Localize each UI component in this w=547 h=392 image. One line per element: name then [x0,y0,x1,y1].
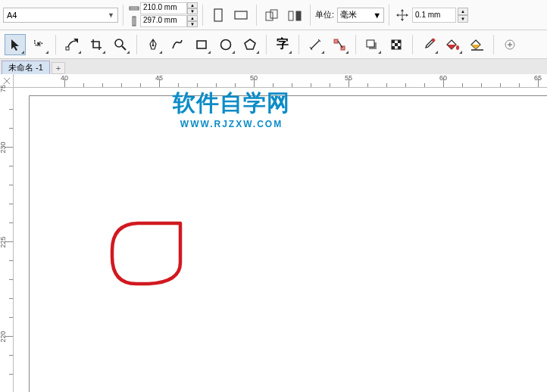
svg-line-21 [122,46,126,50]
work-area: 40 45 50 55 60 65 75 230 225 [0,74,547,392]
svg-rect-29 [334,39,338,43]
tab-label: 未命名 -1 [8,62,43,73]
svg-rect-35 [392,40,395,43]
add-document-button[interactable]: + [52,62,65,74]
rectangle-tool[interactable] [191,34,212,55]
dimensions-group: 210.0 mm ▲ ▼ 297.0 mm ▲ ▼ [128,2,198,27]
svg-rect-39 [398,46,401,49]
document-tab[interactable]: 未命名 -1 [2,61,50,74]
svg-rect-4 [214,9,222,21]
watermark: 软件自学网 WWW.RJZXW.COM [173,88,290,129]
separator [123,5,123,26]
pick-tool[interactable] [5,34,26,55]
svg-rect-7 [270,10,277,18]
ellipse-tool[interactable] [215,34,236,55]
width-spin-up[interactable]: ▲ [187,2,198,8]
svg-marker-14 [396,14,399,17]
svg-rect-6 [266,12,273,20]
freehand-pick-tool[interactable] [29,34,50,55]
svg-rect-37 [395,43,398,46]
text-tool[interactable]: 字 [272,34,293,55]
height-spin-up[interactable]: ▲ [187,15,198,21]
landscape-button[interactable] [230,5,252,26]
chevron-down-icon: ▼ [373,11,381,20]
shape-tool[interactable] [61,34,83,55]
svg-rect-8 [289,11,293,20]
all-pages-button[interactable] [261,5,283,26]
height-input[interactable]: 297.0 mm [140,15,187,27]
svg-marker-13 [401,19,404,21]
separator [202,5,203,26]
separator [136,35,137,54]
svg-point-41 [456,45,459,50]
canvas[interactable]: 软件自学网 WWW.RJZXW.COM [14,88,547,392]
width-spin-down[interactable]: ▼ [187,8,198,14]
ruler-horizontal[interactable]: 40 45 50 55 60 65 [14,74,547,88]
zoom-tool[interactable] [110,34,131,55]
width-input[interactable]: 210.0 mm [140,2,187,14]
transparency-tool[interactable] [386,34,407,55]
separator [493,35,494,54]
nudge-input[interactable]: 0.1 mm [412,8,456,23]
separator [355,35,356,54]
nudge-spin-down[interactable]: ▼ [458,15,468,23]
document-tabbar: 未命名 -1 + [0,59,547,74]
width-icon [128,2,140,14]
page-size-value: A4 [7,11,17,20]
connector-tool[interactable] [329,34,350,55]
portrait-button[interactable] [208,5,229,26]
unit-label: 单位: [315,9,334,20]
svg-rect-9 [296,11,301,20]
height-icon [128,15,140,27]
page-size-select[interactable]: A4 ▼ [3,8,118,23]
separator [266,35,267,54]
fill-tool[interactable] [442,34,464,55]
svg-line-31 [338,41,342,48]
svg-rect-33 [367,40,374,47]
svg-line-26 [311,40,320,49]
svg-rect-40 [431,38,436,42]
svg-point-22 [152,44,155,46]
nudge-spin-up[interactable]: ▲ [458,8,468,15]
separator [299,35,299,54]
svg-marker-16 [11,39,19,51]
crop-tool[interactable] [86,34,107,55]
svg-marker-25 [245,39,255,49]
svg-marker-15 [406,14,408,17]
svg-rect-18 [66,47,69,50]
separator [310,5,311,26]
unit-value: 毫米 [340,9,357,20]
svg-rect-38 [392,46,395,49]
polygon-tool[interactable] [239,34,261,55]
separator [389,5,389,26]
pen-tool[interactable] [142,34,164,55]
watermark-title: 软件自学网 [173,88,290,119]
chevron-down-icon: ▼ [108,11,114,19]
nudge-icon [394,5,411,26]
dimension-tool[interactable] [305,34,326,55]
svg-rect-5 [235,11,247,19]
separator [256,5,257,26]
watermark-url: WWW.RJZXW.COM [173,119,290,129]
drawing-shape[interactable] [106,220,189,292]
ruler-vertical[interactable]: 75 230 225 220 [0,88,14,392]
height-spin-down[interactable]: ▼ [187,21,198,27]
separator [412,35,413,54]
drop-shadow-tool[interactable] [361,34,383,55]
outline-tool[interactable] [467,34,488,55]
svg-rect-23 [197,41,206,48]
svg-marker-12 [401,9,404,11]
separator [55,35,56,54]
svg-point-24 [221,39,231,49]
svg-point-20 [115,39,123,47]
current-page-button[interactable] [284,5,305,26]
tools-toolbar: 字 [0,30,547,59]
artistic-media-tool[interactable] [167,34,188,55]
property-toolbar: A4 ▼ 210.0 mm ▲ ▼ 297.0 mm ▲ ▼ 单位: 毫米 ▼ [0,0,547,30]
unit-select[interactable]: 毫米 ▼ [337,8,384,23]
eyedropper-tool[interactable] [418,34,439,55]
svg-rect-36 [398,40,401,43]
add-tool[interactable] [499,34,520,55]
